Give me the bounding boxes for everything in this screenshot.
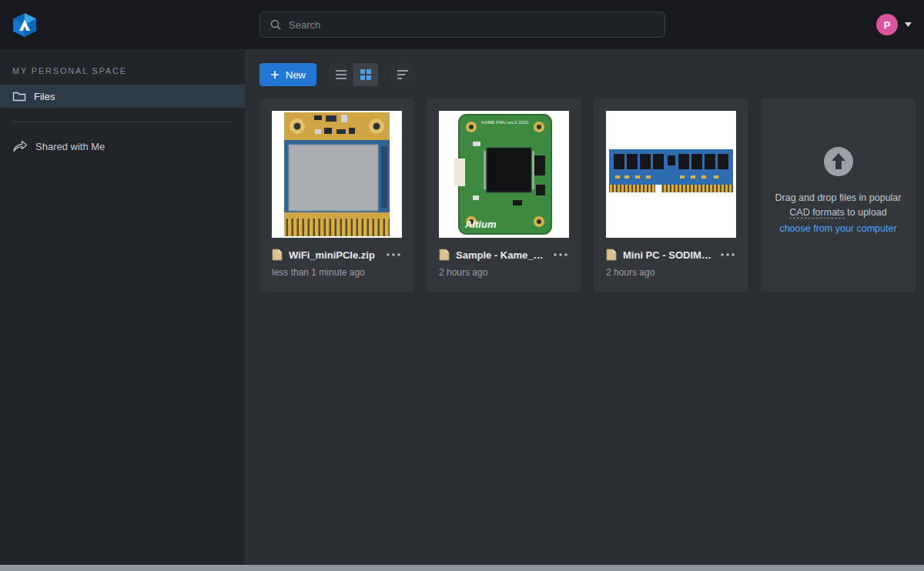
file-name-row: WiFi_miniPCIe.zip xyxy=(272,249,402,261)
sidebar: MY PERSONAL SPACE Files Shared with Me xyxy=(0,49,245,565)
grid-view-button[interactable] xyxy=(353,63,378,86)
list-view-icon xyxy=(335,69,347,80)
avatar[interactable]: P xyxy=(876,14,898,35)
list-view-button[interactable] xyxy=(329,63,353,86)
avatar-initial: P xyxy=(884,19,891,31)
file-thumbnail xyxy=(606,111,736,238)
app-logo-icon[interactable] xyxy=(11,11,38,38)
kame-fmu-board-image: KAME FMU rev.2 2021 Altium xyxy=(439,111,569,238)
sidebar-divider xyxy=(12,122,233,122)
space-section-label: MY PERSONAL SPACE xyxy=(0,49,245,85)
file-thumbnail xyxy=(272,111,402,238)
sort-icon xyxy=(397,69,409,80)
cad-formats-link[interactable]: CAD formats xyxy=(789,207,845,219)
sidebar-shared-label: Shared with Me xyxy=(35,141,105,152)
new-button-label: New xyxy=(286,69,306,81)
top-bar: P xyxy=(0,0,924,49)
board-silkscreen-label: KAME FMU rev.2 2021 xyxy=(481,120,529,125)
file-card[interactable]: Mini PC - SODIMM... 2 hours ago xyxy=(594,99,748,292)
file-icon xyxy=(272,249,283,261)
upload-line1: Drag and drop files in popular xyxy=(775,192,902,203)
file-grid: WiFi_miniPCIe.zip less than 1 minute ago xyxy=(259,99,924,292)
sidebar-item-files[interactable]: Files xyxy=(0,85,245,108)
share-icon xyxy=(12,140,28,152)
file-name: Mini PC - SODIMM... xyxy=(623,249,713,261)
upload-icon xyxy=(823,146,854,177)
file-name: Sample - Kame_FM... xyxy=(456,249,546,261)
file-modified-time: 2 hours ago xyxy=(606,267,736,278)
window-bottom-edge xyxy=(0,565,924,571)
folder-icon xyxy=(12,90,26,102)
file-thumbnail: KAME FMU rev.2 2021 Altium xyxy=(439,111,569,238)
new-button[interactable]: New xyxy=(259,63,316,86)
file-name-row: Sample - Kame_FM... xyxy=(439,249,569,261)
file-icon xyxy=(606,249,617,261)
content-area: New xyxy=(245,49,924,565)
upload-dropzone[interactable]: Drag and drop files in popular CAD forma… xyxy=(761,99,916,292)
more-button[interactable] xyxy=(719,252,736,258)
file-name: WiFi_miniPCIe.zip xyxy=(289,249,379,261)
sort-button[interactable] xyxy=(390,63,415,86)
view-toggle xyxy=(329,63,378,86)
more-button[interactable] xyxy=(385,252,402,258)
search-icon xyxy=(270,18,282,31)
grid-view-icon xyxy=(360,69,371,80)
caret-down-icon[interactable] xyxy=(905,22,912,27)
sidebar-item-shared-with-me[interactable]: Shared with Me xyxy=(0,135,245,158)
user-menu[interactable]: P xyxy=(876,14,912,35)
sodimm-board-image xyxy=(606,111,736,238)
search-input[interactable] xyxy=(289,19,655,31)
upload-instructions: Drag and drop files in popular CAD forma… xyxy=(771,191,906,236)
file-modified-time: less than 1 minute ago xyxy=(272,267,402,278)
file-name-row: Mini PC - SODIMM... xyxy=(606,249,736,261)
sidebar-files-label: Files xyxy=(34,91,55,102)
choose-from-computer-link[interactable]: choose from your computer xyxy=(771,222,906,236)
search-bar xyxy=(259,12,665,38)
wifi-minipcie-board-image xyxy=(272,111,402,238)
file-modified-time: 2 hours ago xyxy=(439,267,569,278)
upload-to-upload: to upload xyxy=(847,207,886,218)
file-card[interactable]: WiFi_miniPCIe.zip less than 1 minute ago xyxy=(259,99,414,292)
toolbar: New xyxy=(259,63,924,86)
board-brand-text: Altium xyxy=(464,219,497,230)
file-card[interactable]: KAME FMU rev.2 2021 Altium xyxy=(427,99,581,292)
plus-icon xyxy=(270,70,280,79)
file-icon xyxy=(439,249,450,261)
more-button[interactable] xyxy=(552,252,569,258)
